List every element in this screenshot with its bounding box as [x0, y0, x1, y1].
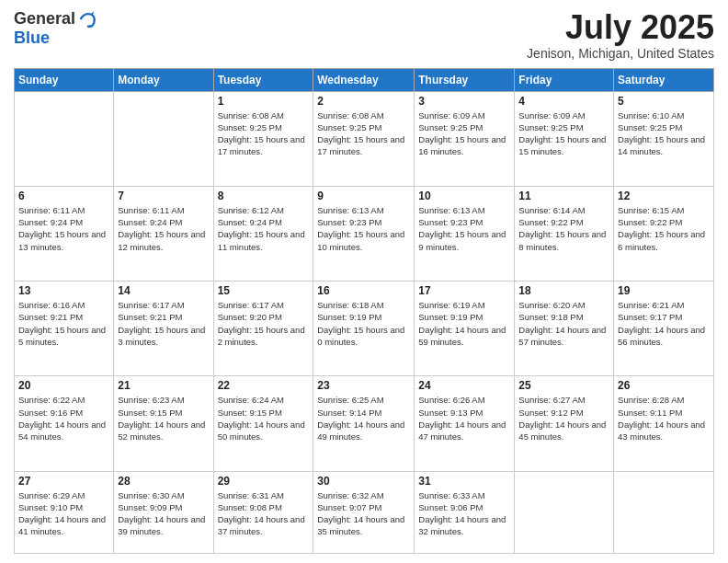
col-thursday: Thursday [415, 68, 515, 91]
table-row: 8Sunrise: 6:12 AMSunset: 9:24 PMDaylight… [213, 186, 313, 281]
logo-general-text: General [14, 10, 75, 29]
table-row: 5Sunrise: 6:10 AMSunset: 9:25 PMDaylight… [614, 91, 714, 186]
day-number: 4 [518, 95, 609, 108]
table-row: 1Sunrise: 6:08 AMSunset: 9:25 PMDaylight… [213, 91, 313, 186]
logo: General Blue [14, 9, 97, 48]
day-number: 14 [118, 284, 209, 297]
col-tuesday: Tuesday [213, 68, 313, 91]
day-number: 9 [317, 190, 410, 202]
day-info: Sunrise: 6:25 AMSunset: 9:14 PMDaylight:… [317, 394, 410, 442]
table-row: 17Sunrise: 6:19 AMSunset: 9:19 PMDayligh… [415, 282, 515, 376]
day-number: 10 [418, 190, 510, 202]
day-info: Sunrise: 6:15 AMSunset: 9:22 PMDaylight:… [618, 204, 710, 253]
table-row [515, 471, 614, 553]
col-monday: Monday [114, 68, 213, 91]
table-row: 4Sunrise: 6:09 AMSunset: 9:25 PMDaylight… [515, 91, 614, 186]
table-row: 26Sunrise: 6:28 AMSunset: 9:11 PMDayligh… [614, 376, 714, 471]
day-info: Sunrise: 6:17 AMSunset: 9:20 PMDaylight:… [218, 299, 310, 348]
table-row: 18Sunrise: 6:20 AMSunset: 9:18 PMDayligh… [515, 282, 614, 376]
day-number: 11 [518, 190, 609, 202]
day-info: Sunrise: 6:18 AMSunset: 9:19 PMDaylight:… [317, 299, 410, 348]
header: General Blue July 2025 Jenison, Michigan… [14, 9, 714, 61]
day-info: Sunrise: 6:31 AMSunset: 9:08 PMDaylight:… [218, 489, 310, 538]
day-number: 25 [518, 379, 609, 392]
day-number: 7 [118, 190, 209, 202]
day-number: 15 [218, 284, 310, 297]
day-number: 18 [518, 284, 609, 297]
logo-blue-text: Blue [14, 29, 97, 48]
day-number: 6 [18, 190, 109, 202]
day-number: 20 [18, 379, 109, 392]
table-row: 11Sunrise: 6:14 AMSunset: 9:22 PMDayligh… [515, 186, 614, 281]
day-number: 24 [418, 379, 510, 392]
table-row: 22Sunrise: 6:24 AMSunset: 9:15 PMDayligh… [213, 376, 313, 471]
calendar-table: Sunday Monday Tuesday Wednesday Thursday… [14, 68, 714, 554]
day-number: 8 [218, 190, 310, 202]
table-row: 6Sunrise: 6:11 AMSunset: 9:24 PMDaylight… [15, 186, 114, 281]
table-row: 29Sunrise: 6:31 AMSunset: 9:08 PMDayligh… [213, 471, 313, 553]
day-info: Sunrise: 6:30 AMSunset: 9:09 PMDaylight:… [118, 489, 209, 538]
table-row: 14Sunrise: 6:17 AMSunset: 9:21 PMDayligh… [114, 282, 213, 376]
calendar-week-row: 6Sunrise: 6:11 AMSunset: 9:24 PMDaylight… [15, 186, 714, 281]
day-number: 22 [218, 379, 310, 392]
table-row: 19Sunrise: 6:21 AMSunset: 9:17 PMDayligh… [614, 282, 714, 376]
calendar-week-row: 13Sunrise: 6:16 AMSunset: 9:21 PMDayligh… [15, 282, 714, 376]
day-info: Sunrise: 6:09 AMSunset: 9:25 PMDaylight:… [518, 109, 609, 158]
day-number: 12 [618, 190, 710, 202]
table-row: 31Sunrise: 6:33 AMSunset: 9:06 PMDayligh… [415, 471, 515, 553]
day-info: Sunrise: 6:08 AMSunset: 9:25 PMDaylight:… [317, 109, 410, 158]
table-row: 7Sunrise: 6:11 AMSunset: 9:24 PMDaylight… [114, 186, 213, 281]
day-info: Sunrise: 6:16 AMSunset: 9:21 PMDaylight:… [18, 299, 109, 348]
day-number: 30 [317, 475, 410, 488]
day-number: 2 [317, 95, 410, 108]
table-row [614, 471, 714, 553]
table-row: 12Sunrise: 6:15 AMSunset: 9:22 PMDayligh… [614, 186, 714, 281]
day-info: Sunrise: 6:11 AMSunset: 9:24 PMDaylight:… [118, 204, 209, 253]
day-number: 5 [618, 95, 710, 108]
day-number: 26 [618, 379, 710, 392]
table-row: 30Sunrise: 6:32 AMSunset: 9:07 PMDayligh… [313, 471, 415, 553]
day-info: Sunrise: 6:12 AMSunset: 9:24 PMDaylight:… [218, 204, 310, 253]
table-row: 3Sunrise: 6:09 AMSunset: 9:25 PMDaylight… [415, 91, 515, 186]
table-row [114, 91, 213, 186]
day-info: Sunrise: 6:13 AMSunset: 9:23 PMDaylight:… [418, 204, 510, 253]
main-title: July 2025 [527, 9, 714, 46]
table-row: 25Sunrise: 6:27 AMSunset: 9:12 PMDayligh… [515, 376, 614, 471]
table-row: 2Sunrise: 6:08 AMSunset: 9:25 PMDaylight… [313, 91, 415, 186]
day-number: 21 [118, 379, 209, 392]
day-number: 31 [418, 475, 510, 488]
calendar-header-row: Sunday Monday Tuesday Wednesday Thursday… [15, 68, 714, 91]
day-info: Sunrise: 6:10 AMSunset: 9:25 PMDaylight:… [618, 109, 710, 158]
calendar-week-row: 1Sunrise: 6:08 AMSunset: 9:25 PMDaylight… [15, 91, 714, 186]
table-row: 15Sunrise: 6:17 AMSunset: 9:20 PMDayligh… [213, 282, 313, 376]
day-number: 13 [18, 284, 109, 297]
day-info: Sunrise: 6:13 AMSunset: 9:23 PMDaylight:… [317, 204, 410, 253]
day-info: Sunrise: 6:22 AMSunset: 9:16 PMDaylight:… [18, 394, 109, 442]
table-row: 20Sunrise: 6:22 AMSunset: 9:16 PMDayligh… [15, 376, 114, 471]
day-number: 29 [218, 475, 310, 488]
day-info: Sunrise: 6:11 AMSunset: 9:24 PMDaylight:… [18, 204, 109, 253]
page: General Blue July 2025 Jenison, Michigan… [0, 0, 728, 563]
col-wednesday: Wednesday [313, 68, 415, 91]
table-row: 24Sunrise: 6:26 AMSunset: 9:13 PMDayligh… [415, 376, 515, 471]
day-info: Sunrise: 6:32 AMSunset: 9:07 PMDaylight:… [317, 489, 410, 538]
logo-icon [77, 9, 97, 29]
table-row: 10Sunrise: 6:13 AMSunset: 9:23 PMDayligh… [415, 186, 515, 281]
day-number: 19 [618, 284, 710, 297]
day-info: Sunrise: 6:09 AMSunset: 9:25 PMDaylight:… [418, 109, 510, 158]
col-friday: Friday [515, 68, 614, 91]
calendar-week-row: 27Sunrise: 6:29 AMSunset: 9:10 PMDayligh… [15, 471, 714, 553]
table-row: 27Sunrise: 6:29 AMSunset: 9:10 PMDayligh… [15, 471, 114, 553]
day-info: Sunrise: 6:29 AMSunset: 9:10 PMDaylight:… [18, 489, 109, 538]
day-number: 3 [418, 95, 510, 108]
day-info: Sunrise: 6:14 AMSunset: 9:22 PMDaylight:… [518, 204, 609, 253]
day-number: 28 [118, 475, 209, 488]
day-number: 16 [317, 284, 410, 297]
title-block: July 2025 Jenison, Michigan, United Stat… [527, 9, 714, 61]
day-number: 27 [18, 475, 109, 488]
table-row: 9Sunrise: 6:13 AMSunset: 9:23 PMDaylight… [313, 186, 415, 281]
table-row: 16Sunrise: 6:18 AMSunset: 9:19 PMDayligh… [313, 282, 415, 376]
day-info: Sunrise: 6:24 AMSunset: 9:15 PMDaylight:… [218, 394, 310, 442]
col-sunday: Sunday [15, 68, 114, 91]
day-number: 17 [418, 284, 510, 297]
